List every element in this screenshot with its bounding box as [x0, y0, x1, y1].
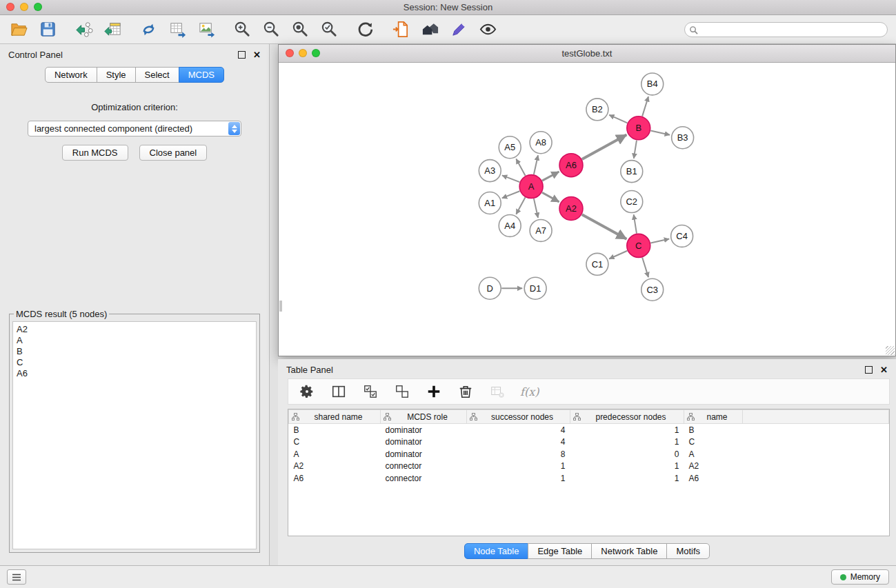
tab-style[interactable]: Style	[97, 67, 136, 83]
list-item[interactable]: B	[17, 346, 252, 357]
network-minimize-button[interactable]	[299, 49, 307, 57]
column-header-successor-nodes[interactable]: successor nodes	[467, 410, 570, 424]
close-panel-button[interactable]: Close panel	[139, 145, 208, 161]
graph-node-B1[interactable]: B1	[621, 161, 643, 183]
edge-A-A7[interactable]	[534, 199, 538, 218]
table-export-icon[interactable]	[167, 19, 188, 40]
column-header-shared-name[interactable]: shared name	[289, 410, 381, 424]
edge-C-C2[interactable]	[634, 214, 637, 233]
graph-node-C1[interactable]: C1	[586, 253, 608, 275]
graph-node-A4[interactable]: A4	[499, 214, 521, 236]
table-row[interactable]: Adominator80A	[289, 448, 889, 460]
zoom-selected-icon[interactable]	[319, 19, 339, 40]
panel-toggle-button[interactable]	[7, 569, 26, 585]
deselect-all-icon[interactable]	[393, 383, 411, 401]
mcds-result-list[interactable]: A2ABCA6	[12, 321, 257, 549]
graph-node-A7[interactable]: A7	[530, 219, 552, 241]
delete-row-icon[interactable]	[457, 383, 475, 401]
zoom-in-icon[interactable]	[232, 19, 252, 40]
graph-node-C3[interactable]: C3	[641, 278, 664, 301]
edge-B-B2[interactable]	[609, 115, 627, 123]
graph-node-B3[interactable]: B3	[672, 127, 694, 149]
zoom-out-icon[interactable]	[261, 19, 281, 40]
list-item[interactable]: A	[17, 335, 252, 346]
graph-node-D1[interactable]: D1	[524, 277, 546, 299]
graph-node-A5[interactable]: A5	[499, 136, 521, 159]
graph-node-C4[interactable]: C4	[671, 225, 693, 247]
edge-C-C4[interactable]	[650, 239, 669, 243]
select-all-icon[interactable]	[361, 383, 379, 401]
column-insert-icon[interactable]	[330, 383, 348, 401]
table-row[interactable]: A2connector11A2	[289, 460, 889, 473]
network-arrows-icon[interactable]	[138, 19, 159, 40]
graph-node-A1[interactable]: A1	[479, 192, 501, 214]
edge-A-A2[interactable]	[542, 192, 559, 202]
column-header-mcds-role[interactable]: MCDS role	[381, 410, 467, 424]
memory-button[interactable]: Memory	[831, 569, 889, 585]
edge-A-A3[interactable]	[502, 175, 519, 182]
zoom-window-button[interactable]	[34, 3, 42, 11]
resize-grip[interactable]	[886, 346, 895, 355]
tab-motifs[interactable]: Motifs	[666, 543, 710, 559]
close-window-button[interactable]	[6, 3, 14, 11]
edge-A2-C[interactable]	[582, 214, 627, 239]
graph-node-A6[interactable]: A6	[559, 154, 583, 177]
save-session-icon[interactable]	[37, 19, 58, 40]
edge-B-B1[interactable]	[634, 141, 637, 159]
home-icon[interactable]	[419, 19, 440, 40]
eye-icon[interactable]	[477, 19, 498, 40]
float-panel-icon[interactable]	[238, 51, 246, 59]
pen-icon[interactable]	[448, 19, 469, 40]
graph-node-C[interactable]: C	[627, 234, 650, 257]
export-document-icon[interactable]	[390, 19, 411, 40]
graph-node-A2[interactable]: A2	[559, 197, 583, 221]
edge-A-A1[interactable]	[502, 191, 520, 198]
list-item[interactable]: A6	[17, 368, 252, 379]
edge-A6-B[interactable]	[582, 134, 627, 159]
gear-icon[interactable]	[298, 383, 316, 401]
edge-A-A5[interactable]	[516, 159, 525, 175]
edge-A-A4[interactable]	[516, 197, 525, 214]
edge-A-A8[interactable]	[534, 155, 538, 174]
criterion-dropdown[interactable]: largest connected component (directed)	[28, 121, 241, 136]
network-close-button[interactable]	[286, 49, 294, 57]
list-item[interactable]: A2	[17, 324, 252, 335]
tab-select[interactable]: Select	[135, 67, 179, 83]
image-export-icon[interactable]	[196, 19, 217, 40]
network-canvas[interactable]: B4B2BB3A5A8A6A3B1AC2A1A2A4A7C4CC1C3DD1	[279, 63, 895, 356]
graph-node-B4[interactable]: B4	[641, 73, 664, 95]
graph-node-A8[interactable]: A8	[530, 132, 552, 154]
table-row[interactable]: Bdominator41B	[289, 424, 889, 436]
tab-edge-table[interactable]: Edge Table	[528, 543, 592, 559]
tab-mcds[interactable]: MCDS	[179, 67, 224, 83]
column-header-predecessor-nodes[interactable]: predecessor nodes	[570, 410, 684, 424]
add-row-icon[interactable]	[425, 383, 443, 401]
close-panel-icon[interactable]: ✕	[253, 52, 261, 59]
tab-node-table[interactable]: Node Table	[464, 543, 529, 559]
graph-node-A[interactable]: A	[519, 175, 543, 199]
edge-B-B3[interactable]	[650, 131, 670, 135]
graph-node-C2[interactable]: C2	[621, 191, 643, 213]
graph-node-B2[interactable]: B2	[586, 99, 608, 121]
run-mcds-button[interactable]: Run MCDS	[62, 145, 128, 161]
table-row[interactable]: Cdominator41C	[289, 436, 889, 449]
edge-C-C1[interactable]	[609, 251, 627, 259]
tab-network[interactable]: Network	[45, 67, 97, 83]
network-zoom-button[interactable]	[312, 49, 320, 57]
edge-A-A6[interactable]	[542, 172, 559, 181]
column-header-name[interactable]: name	[684, 410, 743, 424]
refresh-icon[interactable]	[355, 19, 375, 40]
float-table-panel-icon[interactable]	[865, 366, 873, 374]
open-file-icon[interactable]	[8, 19, 29, 40]
import-table-icon[interactable]	[102, 19, 123, 40]
graph-node-A3[interactable]: A3	[479, 160, 501, 182]
edge-B-B4[interactable]	[642, 97, 648, 116]
minimize-window-button[interactable]	[20, 3, 28, 11]
search-input[interactable]	[684, 22, 888, 37]
table-row[interactable]: A6connector11A6	[289, 472, 889, 485]
import-network-icon[interactable]	[73, 19, 94, 40]
list-item[interactable]: C	[17, 357, 252, 368]
zoom-fit-icon[interactable]	[290, 19, 310, 40]
graph-node-B[interactable]: B	[627, 116, 650, 140]
edge-C-C3[interactable]	[642, 258, 648, 278]
